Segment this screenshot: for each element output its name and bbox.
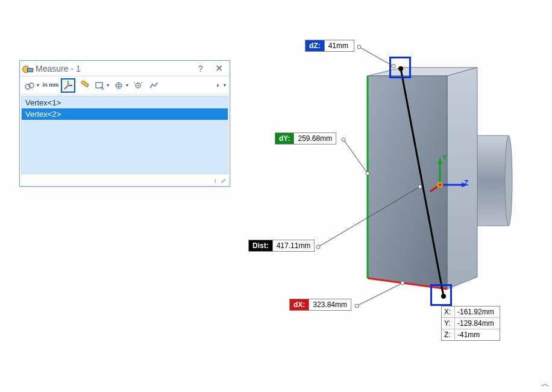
close-button[interactable]: ✕ [212, 63, 226, 74]
svg-line-30 [343, 140, 368, 173]
graphics-viewport[interactable]: Y Z dZ: 41mm dY: 259.68mm Dist: 417.11mm… [241, 0, 552, 385]
vertex2-marker[interactable] [430, 284, 452, 306]
svg-rect-13 [475, 135, 509, 226]
dropdown-icon[interactable]: ▾ [37, 82, 39, 88]
dx-label: dX: [290, 299, 309, 310]
list-item[interactable]: Vertex<2> [22, 108, 228, 120]
pin-icon [212, 81, 221, 90]
dx-callout[interactable]: dX: 323.84mm [289, 299, 351, 311]
vertex1-marker[interactable] [389, 57, 411, 78]
coord-z-value: -41mm [455, 329, 500, 340]
dy-callout[interactable]: dY: 259.68mm [275, 132, 336, 145]
leader-dot [355, 304, 359, 308]
ruler-icon [79, 81, 89, 90]
leader-dot [357, 45, 362, 49]
dy-value: 259.68mm [294, 133, 336, 144]
coord-y-label: Y: [442, 318, 455, 329]
dy-label: dY: [275, 133, 294, 144]
dz-value: 41mm [325, 40, 354, 51]
select-icon [95, 81, 104, 90]
coord-x-value: -161.92mm [455, 306, 500, 317]
svg-rect-6 [81, 81, 89, 87]
leader-dot [401, 281, 405, 285]
dropdown-icon[interactable]: ▾ [224, 82, 226, 88]
globe-icon [114, 81, 124, 90]
xyz-icon [63, 80, 74, 91]
dx-value: 323.84mm [309, 299, 351, 310]
triad-z-label: Z [464, 179, 468, 187]
svg-marker-18 [447, 67, 477, 289]
dialog-status-bar: ↕ ⤢ [20, 175, 230, 186]
sensor-icon [133, 81, 143, 90]
collapse-icon[interactable]: ︿ [541, 379, 550, 390]
selection-list[interactable]: Vertex<1> Vertex<2> [21, 96, 228, 174]
leader-dot [366, 172, 370, 176]
arc-icon [25, 81, 34, 90]
list-item[interactable]: Vertex<1> [22, 97, 228, 108]
ruler-button[interactable] [77, 78, 91, 93]
sensor-button[interactable] [131, 78, 145, 93]
leader-dot [418, 185, 422, 189]
select-filter-button[interactable] [92, 78, 107, 93]
graph-icon [149, 81, 158, 90]
svg-point-12 [137, 84, 139, 86]
units-button[interactable]: in mm [42, 78, 60, 93]
dist-value: 417.11mm [273, 240, 315, 251]
dz-callout[interactable]: dZ: 41mm [305, 40, 354, 52]
dialog-titlebar[interactable]: Measure - 1 ? ✕ [20, 61, 230, 76]
dialog-title: Measure - 1 [36, 64, 81, 73]
svg-line-32 [357, 283, 403, 306]
svg-point-14 [505, 135, 512, 226]
svg-point-28 [439, 184, 442, 187]
xyz-button[interactable] [61, 78, 75, 93]
measure-dialog: Measure - 1 ? ✕ ▾ in mm ▾ ▾ [19, 60, 230, 187]
svg-point-5 [67, 84, 69, 86]
dist-label: Dist: [249, 240, 273, 251]
coord-x-label: X: [442, 306, 455, 317]
dist-callout[interactable]: Dist: 417.11mm [248, 240, 315, 252]
projection-button[interactable] [111, 78, 126, 93]
dropdown-icon[interactable]: ▾ [126, 82, 128, 88]
coord-z-label: Z: [442, 329, 455, 340]
pin-button[interactable] [209, 78, 224, 93]
coordinate-readout[interactable]: X: -161.92mm Y: -129.84mm Z: -41mm [441, 306, 500, 341]
history-button[interactable] [146, 78, 161, 93]
triad-y-label: Y [442, 154, 447, 162]
leader-dot [316, 245, 321, 249]
expand-icon[interactable]: ⤢ [221, 177, 226, 185]
svg-line-29 [359, 47, 394, 66]
coord-y-value: -129.84mm [455, 318, 500, 329]
dropdown-icon[interactable]: ▾ [107, 82, 109, 88]
help-button[interactable]: ? [193, 64, 208, 73]
dz-label: dZ: [306, 40, 325, 51]
leader-dot [342, 138, 346, 142]
arc-mode-button[interactable] [22, 78, 37, 93]
measure-icon [22, 64, 32, 73]
resize-icon[interactable]: ↕ [214, 177, 218, 184]
dialog-toolbar: ▾ in mm ▾ ▾ ▾ [20, 76, 230, 95]
